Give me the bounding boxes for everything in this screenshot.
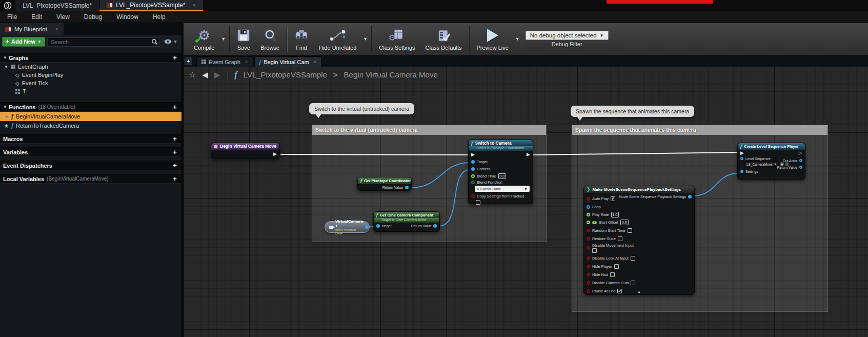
search-input[interactable] <box>47 37 160 47</box>
class-defaults-button[interactable]: Class Defaults <box>420 24 467 54</box>
graph-canvas[interactable]: ☆ ◀ ▶ | f LVL_PixotopeVSSample > Begin V… <box>184 67 868 337</box>
expander-icon[interactable]: ▼ <box>4 65 8 69</box>
sidebar-item-eventgraph[interactable]: ▼ EventGraph <box>0 63 181 71</box>
macros-section-header[interactable]: Macros + <box>0 134 181 144</box>
forward-arrow-icon[interactable]: ▶ <box>214 70 220 80</box>
asset-tab-blueprint-active[interactable]: LVL_PixotopeVSSample* × <box>99 0 204 11</box>
add-local-variable-button[interactable]: + <box>171 175 178 183</box>
exec-out-pin[interactable]: ▶ <box>273 151 277 156</box>
random-start-time-checkbox[interactable] <box>628 228 632 233</box>
auto-play-pin[interactable] <box>587 197 590 201</box>
add-graph-button[interactable]: + <box>171 54 178 62</box>
collapse-arrow-icon[interactable]: ▲ <box>637 290 641 293</box>
preview-live-button[interactable]: Preview Live <box>472 24 514 54</box>
exec-in-pin[interactable]: ▶ <box>740 150 744 155</box>
preview-live-options-chevron-icon[interactable]: ▼ <box>514 36 521 42</box>
variables-section-header[interactable]: Variables + <box>0 147 181 157</box>
settings-out-pin[interactable] <box>688 195 692 199</box>
menu-debug[interactable]: Debug <box>77 11 109 23</box>
asset-tab-level[interactable]: LVL_PixotopeVSSample* <box>15 0 99 11</box>
find-button[interactable]: Find <box>289 24 314 54</box>
disable-camera-cuts-pin[interactable] <box>587 281 590 285</box>
play-rate-input[interactable]: 1.0 <box>611 212 619 217</box>
exec-in-pin[interactable]: ▶ <box>471 152 475 157</box>
target-pin[interactable] <box>471 160 475 164</box>
return-value-pin[interactable] <box>799 166 802 169</box>
back-arrow-icon[interactable]: ◀ <box>202 70 208 80</box>
debug-object-dropdown[interactable]: No debug object selected ▼ <box>526 31 609 40</box>
my-blueprint-tab[interactable]: My Blueprint × <box>0 23 64 35</box>
sidebar-item-beginvirtualcameramove[interactable]: ★ f BeginVirtualCameraMove <box>0 112 181 121</box>
breadcrumb-root[interactable]: LVL_PixotopeVSSample <box>244 70 327 79</box>
hide-hud-pin[interactable] <box>587 273 590 276</box>
hide-player-checkbox[interactable] <box>614 264 619 269</box>
node-make-playback-settings[interactable]: ❯ Make MovieSceneSequencePlaybackSetting… <box>583 186 695 295</box>
node-get-pixotope-coordinator[interactable]: f Get Pixotope Coordinator Return Value <box>357 177 412 191</box>
disable-movement-input-checkbox[interactable] <box>592 248 597 253</box>
local-variables-section-header[interactable]: Local Variables (BeginVirtualCameraMove)… <box>0 174 181 184</box>
menu-view[interactable]: View <box>49 11 77 23</box>
tab-event-graph[interactable]: Event Graph × <box>196 56 253 67</box>
random-start-time-pin[interactable] <box>587 229 590 232</box>
graphs-section-header[interactable]: ▼ Graphs + <box>0 53 181 63</box>
target-pin[interactable] <box>376 224 380 228</box>
copy-settings-checkbox[interactable] <box>476 200 480 205</box>
restore-state-pin[interactable] <box>587 237 590 241</box>
blend-function-dropdown[interactable]: VTBlend Cubic ▼ <box>475 186 530 192</box>
unreal-logo-icon[interactable] <box>0 0 15 11</box>
out-actor-pin[interactable] <box>799 159 802 162</box>
node-get-cine-camera-component[interactable]: f Get Cine Camera Component Target is Ci… <box>373 211 440 232</box>
comment-header[interactable]: Spawn the sequence that animates this ca… <box>572 125 827 135</box>
tab-close-icon[interactable]: × <box>314 59 317 65</box>
blend-time-pin[interactable] <box>471 174 475 178</box>
loop-pin[interactable] <box>587 205 590 209</box>
sidebar-item-event-tick[interactable]: ◇ Event Tick <box>0 79 181 87</box>
tab-close-icon[interactable]: × <box>245 59 248 65</box>
return-value-pin[interactable] <box>433 224 437 228</box>
start-offset-input[interactable]: 0.0 <box>620 220 629 225</box>
blend-time-input[interactable]: 0.0 <box>498 173 507 179</box>
class-settings-button[interactable]: ⚙ Class Settings <box>374 24 420 54</box>
exec-out-pin[interactable]: ▶ <box>527 152 530 157</box>
visibility-filter-button[interactable]: ▼ <box>162 39 179 44</box>
level-sequence-asset-dropdown[interactable]: LS_CameraMove ▼ <box>744 162 779 167</box>
disable-look-at-input-pin[interactable] <box>587 256 590 260</box>
comment-header[interactable]: Switch to the virtual (untracked) camera <box>312 125 546 135</box>
start-offset-pin[interactable] <box>587 221 590 224</box>
menu-window[interactable]: Window <box>109 11 146 23</box>
sidebar-item-event-beginplay[interactable]: ◇ Event BeginPlay <box>0 71 181 79</box>
expander-icon[interactable]: ▼ <box>3 105 7 109</box>
hide-player-pin[interactable] <box>587 265 590 268</box>
add-new-button[interactable]: + Add New ▼ <box>2 37 45 47</box>
expander-icon[interactable]: ▼ <box>3 55 7 60</box>
favorite-star-icon[interactable]: ★ <box>4 114 9 120</box>
restore-state-checkbox[interactable] <box>618 236 622 241</box>
disable-look-at-input-checkbox[interactable] <box>631 256 635 261</box>
menu-help[interactable]: Help <box>146 11 173 23</box>
tab-begin-virtual-camera[interactable]: f Begin Virtual Cam × <box>254 56 322 67</box>
copy-settings-pin[interactable] <box>471 194 475 198</box>
play-rate-pin[interactable] <box>587 213 590 216</box>
node-switch-to-camera[interactable]: f Switch to Camera Target is Pixotope Co… <box>468 140 533 204</box>
exec-out-pin[interactable]: ▷ <box>799 150 802 155</box>
functions-section-header[interactable]: ▼ Functions (18 Overridable) + <box>0 102 181 112</box>
add-macro-button[interactable]: + <box>171 135 178 143</box>
menu-edit[interactable]: Edit <box>24 11 49 23</box>
hide-unrelated-options-chevron-icon[interactable]: ▼ <box>361 36 369 42</box>
level-sequence-pin[interactable] <box>740 157 743 160</box>
return-value-pin[interactable] <box>405 186 409 189</box>
save-button[interactable]: Save <box>232 24 255 54</box>
disable-movement-input-pin[interactable] <box>587 246 590 250</box>
tab-close-icon[interactable]: × <box>192 2 195 8</box>
pause-at-end-checkbox[interactable]: ✔ <box>617 289 622 293</box>
favorite-star-icon[interactable]: ★ <box>4 123 9 129</box>
node-virtualcamera-reference[interactable]: VirtualCamera 1 from Persistent Level <box>325 221 370 233</box>
favorite-star-icon[interactable]: ☆ <box>189 70 196 80</box>
actor-out-pin[interactable] <box>365 225 369 229</box>
node-create-level-sequence-player[interactable]: f Create Level Sequence Player ▶ ▷ Level… <box>737 143 805 180</box>
camera-pin[interactable] <box>471 167 475 171</box>
sidebar-item-t-node[interactable]: T <box>0 87 181 95</box>
pause-at-end-pin[interactable] <box>587 289 590 293</box>
compile-button[interactable]: ⚙ ✔ Compile <box>189 24 219 54</box>
disable-camera-cuts-checkbox[interactable] <box>631 281 635 285</box>
